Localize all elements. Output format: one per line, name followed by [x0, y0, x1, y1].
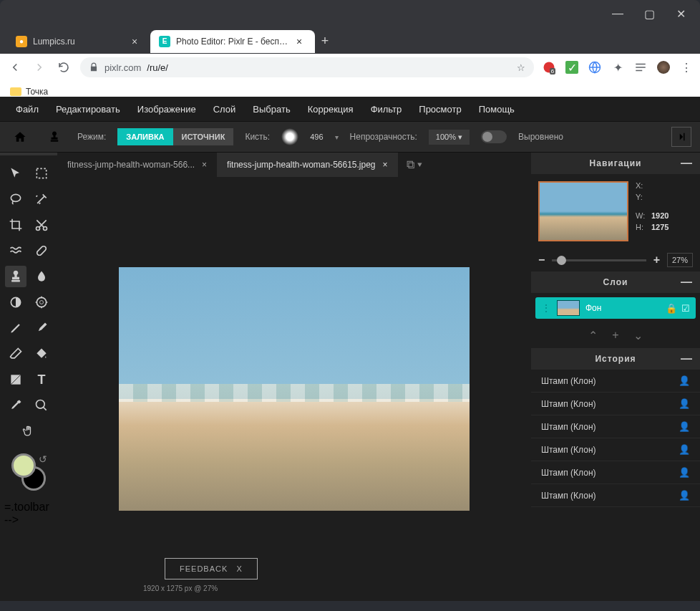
mode-source-button[interactable]: ИСТОЧНИК: [173, 128, 234, 145]
visibility-icon[interactable]: ☑: [681, 303, 690, 314]
doc-tab-close-icon[interactable]: ×: [383, 160, 388, 170]
crop-tool[interactable]: [5, 214, 26, 236]
nav-title: Навигации: [590, 158, 642, 168]
liquify-tool[interactable]: [5, 240, 26, 261]
new-tab-button[interactable]: +: [315, 32, 335, 52]
cut-tool[interactable]: [31, 214, 52, 236]
brush-tool[interactable]: [31, 317, 52, 339]
reading-list-icon[interactable]: [634, 61, 647, 74]
browser-tab-lumpics[interactable]: ● Lumpics.ru ×: [7, 30, 150, 53]
history-panel: Штамп (Клон)👤 Штамп (Клон)👤 Штамп (Клон)…: [531, 370, 700, 601]
text-tool[interactable]: T: [31, 369, 52, 390]
url-bar[interactable]: pixlr.com/ru/e/ ☆: [80, 57, 534, 77]
menu-help[interactable]: Помощь: [472, 100, 522, 119]
menu-layer[interactable]: Слой: [206, 100, 243, 119]
collapse-icon[interactable]: —: [681, 352, 693, 365]
close-window-button[interactable]: ✕: [676, 9, 686, 19]
collapse-icon[interactable]: —: [681, 157, 693, 170]
clone-stamp-tool[interactable]: [5, 266, 26, 287]
blur-tool[interactable]: [31, 266, 52, 287]
checkmark-ext-icon[interactable]: ✓: [565, 61, 578, 74]
zoom-tool[interactable]: [31, 395, 52, 416]
doc-tab-close-icon[interactable]: ×: [202, 160, 207, 170]
adblock-icon[interactable]: 6: [543, 61, 555, 74]
collapse-icon[interactable]: —: [681, 276, 693, 289]
dodge-tool[interactable]: [5, 292, 26, 313]
zoom-in-button[interactable]: +: [653, 254, 660, 266]
opacity-value[interactable]: 100% ▾: [429, 130, 470, 145]
minimize-button[interactable]: —: [613, 9, 623, 19]
history-item[interactable]: Штамп (Клон)👤: [531, 461, 700, 484]
history-item[interactable]: Штамп (Клон)👤: [531, 484, 700, 507]
dim-h-value: 1275: [651, 223, 669, 231]
menu-select[interactable]: Выбрать: [246, 100, 297, 119]
menu-view[interactable]: Просмотр: [412, 100, 468, 119]
wand-tool[interactable]: [31, 188, 52, 210]
canvas-viewport[interactable]: [57, 177, 531, 601]
fill-tool[interactable]: [31, 343, 52, 365]
zoom-out-button[interactable]: −: [538, 254, 545, 266]
menu-file[interactable]: Файл: [9, 100, 46, 119]
sponge-tool[interactable]: [31, 292, 52, 313]
home-button[interactable]: [9, 125, 31, 148]
svg-point-4: [11, 194, 20, 201]
layer-add-button[interactable]: +: [612, 329, 618, 342]
history-item[interactable]: Штамп (Клон)👤: [531, 438, 700, 461]
pen-tool[interactable]: [5, 317, 26, 339]
mode-fill-button[interactable]: ЗАЛИВКА: [117, 128, 172, 145]
toggle-panels-button[interactable]: [671, 127, 691, 147]
profile-avatar[interactable]: [657, 61, 670, 74]
swap-colors-icon[interactable]: ↺: [39, 453, 47, 465]
tab-close-icon[interactable]: ×: [296, 36, 306, 47]
tab-layout-icon[interactable]: ⧉ ▾: [407, 158, 422, 171]
maximize-button[interactable]: ▢: [644, 9, 654, 19]
layers-controls: ⌃ + ⌄: [531, 323, 700, 348]
zoom-slider[interactable]: [552, 259, 646, 261]
browser-tab-pixlr[interactable]: E Photo Editor: Pixlr E - бесплатн ×: [150, 30, 315, 53]
hand-tool[interactable]: [18, 420, 39, 442]
gradient-tool[interactable]: [5, 369, 26, 390]
foreground-color[interactable]: [11, 453, 36, 478]
aligned-toggle[interactable]: [481, 130, 507, 143]
chrome-menu-button[interactable]: ⋮: [680, 61, 693, 74]
brush-dropdown-icon[interactable]: ▾: [335, 133, 339, 141]
menu-adjust[interactable]: Коррекция: [301, 100, 361, 119]
star-icon[interactable]: ☆: [517, 62, 525, 73]
menu-filter[interactable]: Фильтр: [364, 100, 409, 119]
navigator-panel: X: Y: W:1920 H:1275: [531, 174, 700, 249]
eraser-tool[interactable]: [5, 343, 26, 365]
nav-panel-header: Навигации —: [531, 153, 700, 174]
puzzle-icon[interactable]: ✦: [611, 61, 624, 74]
heal-tool[interactable]: [31, 240, 52, 261]
reload-button[interactable]: [56, 59, 72, 75]
bookmark-item[interactable]: Точка: [26, 87, 48, 97]
doc-tab-name: fitness-jump-health-woman-56615.jpeg: [227, 160, 375, 170]
layer-up-button[interactable]: ⌃: [588, 329, 598, 342]
layer-down-button[interactable]: ⌄: [633, 329, 643, 342]
color-picker[interactable]: ↺: [4, 453, 53, 496]
history-label: Штамп (Клон): [541, 399, 679, 409]
marquee-tool[interactable]: [31, 163, 52, 184]
eyedropper-tool[interactable]: [5, 395, 26, 416]
arrow-tool[interactable]: [5, 163, 26, 184]
doc-tab[interactable]: fitness-jump-health-woman-56615.jpeg ×: [217, 153, 397, 177]
forward-button[interactable]: [31, 59, 47, 75]
menu-image[interactable]: Изображение: [130, 100, 203, 119]
lock-icon[interactable]: 🔒: [666, 303, 677, 314]
doc-tab[interactable]: fitness-jump-health-woman-566... ×: [57, 153, 217, 177]
history-label: Штамп (Клон): [541, 445, 679, 455]
history-item[interactable]: Штамп (Клон)👤: [531, 415, 700, 438]
history-item[interactable]: Штамп (Клон)👤: [531, 393, 700, 415]
tab-close-icon[interactable]: ×: [132, 36, 142, 47]
layer-item[interactable]: ⋮ Фон 🔒 ☑: [535, 297, 696, 319]
navigator-thumbnail[interactable]: [538, 181, 628, 241]
lasso-tool[interactable]: [5, 188, 26, 210]
layers-title: Слои: [603, 277, 628, 287]
translate-icon[interactable]: [588, 61, 601, 74]
menu-edit[interactable]: Редактировать: [49, 100, 127, 119]
back-button[interactable]: [7, 59, 23, 75]
brush-preview[interactable]: [281, 128, 298, 145]
history-item[interactable]: Штамп (Клон)👤: [531, 370, 700, 393]
feedback-button[interactable]: FEEDBACK X: [165, 558, 258, 579]
layer-drag-handle[interactable]: ⋮: [541, 302, 551, 314]
